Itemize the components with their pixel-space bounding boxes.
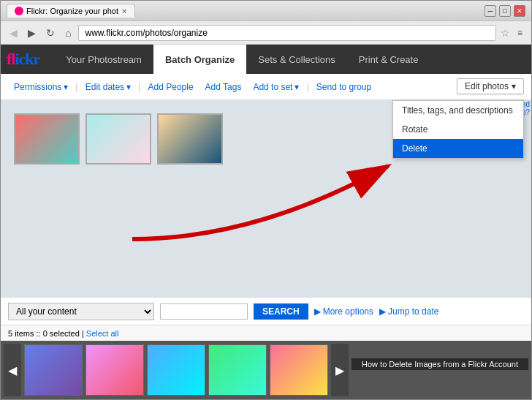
maximize-button[interactable]: □: [499, 5, 511, 17]
permissions-dropdown-icon: ▾: [64, 82, 68, 92]
filter-bar: All your content SEARCH ▶ More options ▶…: [1, 297, 531, 325]
jump-to-date-button[interactable]: ▶ Jump to date: [379, 306, 438, 317]
toolbar: Permissions ▾ | Edit dates ▾ | Add Peopl…: [1, 74, 531, 100]
separator-2: |: [138, 81, 140, 92]
forward-button[interactable]: ▶: [25, 26, 39, 40]
browser-tab[interactable]: Flickr: Organize your phot ✕: [7, 4, 135, 18]
content-filter-select[interactable]: All your content: [8, 303, 154, 320]
refresh-button[interactable]: ↻: [43, 26, 58, 40]
separator-3: |: [306, 81, 308, 92]
edit-dates-button[interactable]: Edit dates ▾: [80, 80, 137, 94]
red-arrow: [110, 137, 425, 254]
edit-dates-dropdown-icon: ▾: [126, 82, 131, 92]
photo-thumb-1[interactable]: [14, 113, 80, 165]
dropdown-item-rotate[interactable]: Rotate: [393, 120, 523, 139]
window-controls: ─ □ ✕: [484, 5, 525, 17]
permissions-button[interactable]: Permissions ▾: [8, 80, 74, 94]
dropdown-item-delete[interactable]: Delete: [393, 139, 523, 158]
nav-item-photostream[interactable]: Your Photostream: [54, 45, 153, 74]
add-to-set-button[interactable]: Add to set ▾: [247, 80, 305, 94]
more-options-arrow-icon: ▶: [314, 306, 321, 317]
filmstrip-next-button[interactable]: ▶: [331, 344, 349, 396]
filmstrip-thumb-5[interactable]: [270, 344, 328, 396]
tab-close-icon[interactable]: ✕: [121, 7, 127, 15]
favicon-icon: [15, 7, 23, 15]
separator-1: |: [75, 81, 77, 92]
jump-arrow-icon: ▶: [379, 306, 386, 317]
close-button[interactable]: ✕: [514, 5, 525, 17]
address-bar: ◀ ▶ ↻ ⌂ ☆ ≡: [1, 21, 531, 45]
filmstrip-prev-button[interactable]: ◀: [4, 344, 21, 396]
filmstrip-thumb-1[interactable]: [24, 344, 83, 396]
browser-menu-button[interactable]: ≡: [514, 26, 525, 39]
title-bar-left: Flickr: Organize your phot ✕: [7, 4, 135, 18]
url-input[interactable]: [78, 25, 496, 41]
send-to-group-button[interactable]: Send to group: [311, 80, 377, 94]
browser-window: Flickr: Organize your phot ✕ ─ □ ✕ ◀ ▶ ↻…: [0, 0, 532, 400]
title-bar: Flickr: Organize your phot ✕ ─ □ ✕: [1, 1, 531, 21]
more-options-button[interactable]: ▶ More options: [314, 306, 373, 317]
nav-items: Your Photostream Batch Organize Sets & C…: [54, 45, 430, 74]
add-to-set-dropdown-icon: ▾: [294, 82, 299, 92]
filmstrip-photos: [24, 344, 328, 396]
edit-photos-dropdown-icon: ▾: [512, 81, 516, 91]
nav-item-print[interactable]: Print & Create: [347, 45, 430, 74]
edit-photos-dropdown: Titles, tags, and descriptions Rotate De…: [392, 100, 524, 159]
filmstrip-thumb-3[interactable]: [147, 344, 205, 396]
edit-photos-button[interactable]: Edit photos ▾: [457, 78, 524, 94]
filmstrip: ◀ ▶ How to Delete Images from a Flickr A…: [1, 341, 531, 399]
minimize-button[interactable]: ─: [484, 5, 496, 17]
nav-item-batch-organize[interactable]: Batch Organize: [153, 45, 246, 74]
flickr-navbar: flickr Your Photostream Batch Organize S…: [1, 45, 531, 74]
filmstrip-thumb-4[interactable]: [208, 344, 267, 396]
add-people-button[interactable]: Add People: [142, 80, 200, 94]
back-button[interactable]: ◀: [7, 26, 20, 40]
watermark-text: How to Delete Images from a Flickr Accou…: [352, 358, 528, 370]
home-button[interactable]: ⌂: [62, 26, 74, 40]
status-bar: 5 items :: 0 selected | Select all: [1, 325, 531, 341]
select-all-link[interactable]: Select all: [86, 329, 119, 338]
main-content: Permissions ▾ | Edit dates ▾ | Add Peopl…: [1, 74, 531, 399]
status-count: 5 items :: 0 selected | Select all: [8, 329, 118, 338]
dropdown-item-titles[interactable]: Titles, tags, and descriptions: [393, 101, 523, 120]
add-tags-button[interactable]: Add Tags: [200, 80, 248, 94]
search-input[interactable]: [160, 303, 248, 320]
bookmark-icon[interactable]: ☆: [501, 27, 510, 39]
nav-item-sets[interactable]: Sets & Collections: [246, 45, 347, 74]
tab-title: Flickr: Organize your phot: [26, 7, 118, 15]
flickr-logo: flickr: [7, 50, 39, 69]
filmstrip-thumb-2[interactable]: [86, 344, 144, 396]
search-button[interactable]: SEARCH: [254, 303, 308, 320]
